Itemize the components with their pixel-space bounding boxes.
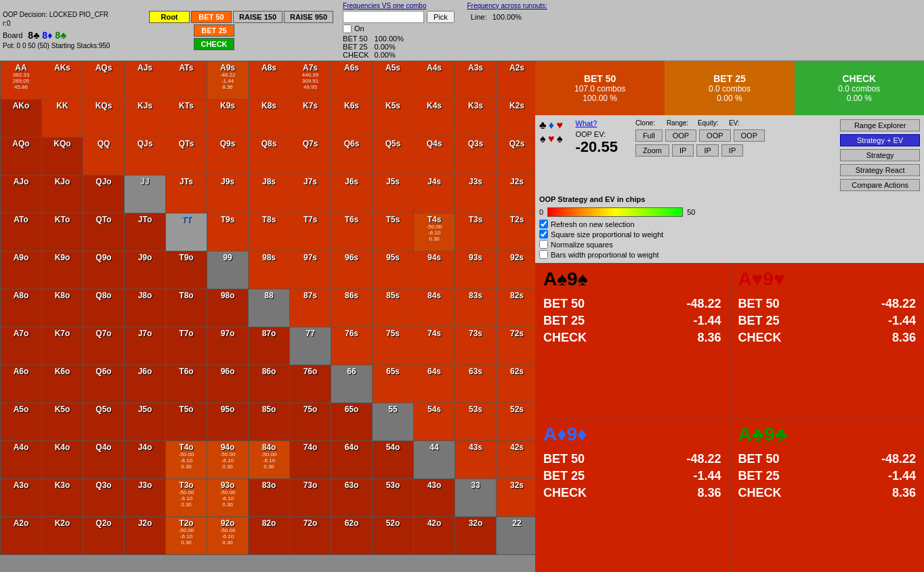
matrix-cell-qts[interactable]: QTs xyxy=(166,138,207,175)
matrix-cell-j8o[interactable]: J8o xyxy=(125,289,165,327)
matrix-cell-a9o[interactable]: A9o xyxy=(1,251,41,289)
matrix-cell-j2o[interactable]: J2o xyxy=(125,517,165,554)
matrix-cell-k6o[interactable]: K6o xyxy=(42,365,83,403)
matrix-cell-t7o[interactable]: T7o xyxy=(166,327,207,365)
heart-red2-icon[interactable]: ♥ xyxy=(548,133,555,145)
matrix-cell-t4s[interactable]: T4s-50.00 -6.10 0.30 xyxy=(414,213,455,251)
matrix-cell-k3s[interactable]: K3s xyxy=(455,100,496,137)
freq-across-runouts[interactable]: Frequency across runouts: xyxy=(467,2,547,9)
matrix-cell-73s[interactable]: 73s xyxy=(455,327,496,365)
matrix-cell-55[interactable]: 55 xyxy=(373,403,413,441)
matrix-cell-97o[interactable]: 97o xyxy=(207,327,248,365)
matrix-cell-q9s[interactable]: Q9s xyxy=(207,138,248,175)
matrix-cell-kjo[interactable]: KJo xyxy=(42,176,83,213)
matrix-cell-q7o[interactable]: Q7o xyxy=(83,327,124,365)
bet50-button[interactable]: BET 50 xyxy=(191,11,232,23)
oop-button-1[interactable]: OOP xyxy=(665,129,696,142)
matrix-cell-t3o[interactable]: T3o-50.00 -6.10 0.30 xyxy=(166,479,207,516)
matrix-cell-q3s[interactable]: Q3s xyxy=(455,138,496,175)
matrix-cell-k5o[interactable]: K5o xyxy=(42,403,83,441)
matrix-cell-kts[interactable]: KTs xyxy=(166,100,207,137)
matrix-cell-j6o[interactable]: J6o xyxy=(125,365,165,403)
matrix-cell-97s[interactable]: 97s xyxy=(290,251,331,289)
matrix-cell-k3o[interactable]: K3o xyxy=(42,479,83,516)
full-button[interactable]: Full xyxy=(635,129,663,142)
matrix-cell-kk[interactable]: KK xyxy=(42,100,83,137)
matrix-cell-83o[interactable]: 83o xyxy=(249,479,289,516)
matrix-cell-t2o[interactable]: T2o-50.00 -6.10 0.30 xyxy=(166,517,207,554)
matrix-cell-96s[interactable]: 96s xyxy=(331,251,372,289)
matrix-cell-j5s[interactable]: J5s xyxy=(373,176,413,213)
matrix-cell-82s[interactable]: 82s xyxy=(497,289,535,327)
matrix-cell-t9s[interactable]: T9s xyxy=(207,213,248,251)
matrix-cell-a6s[interactable]: A6s xyxy=(331,62,372,99)
matrix-cell-q6s[interactable]: Q6s xyxy=(331,138,372,175)
matrix-cell-q5o[interactable]: Q5o xyxy=(83,403,124,441)
matrix-cell-93s[interactable]: 93s xyxy=(455,251,496,289)
matrix-cell-53s[interactable]: 53s xyxy=(455,403,496,441)
matrix-cell-j5o[interactable]: J5o xyxy=(125,403,165,441)
club-black-icon[interactable]: ♣ xyxy=(539,119,547,131)
matrix-cell-j9s[interactable]: J9s xyxy=(207,176,248,213)
matrix-cell-73o[interactable]: 73o xyxy=(290,479,331,516)
matrix-cell-72s[interactable]: 72s xyxy=(497,327,535,365)
matrix-cell-qjs[interactable]: QJs xyxy=(125,138,165,175)
matrix-cell-87o[interactable]: 87o xyxy=(249,327,289,365)
bet25-button[interactable]: BET 25 xyxy=(194,24,234,37)
raise950-button[interactable]: RAISE 950 xyxy=(284,11,333,23)
matrix-cell-j6s[interactable]: J6s xyxy=(331,176,372,213)
matrix-cell-65o[interactable]: 65o xyxy=(331,403,372,441)
matrix-cell-a7s[interactable]: A7s440.39 309.91 49.95 xyxy=(290,62,331,99)
matrix-cell-jj[interactable]: JJ xyxy=(125,176,165,213)
matrix-cell-75s[interactable]: 75s xyxy=(373,327,413,365)
matrix-cell-33[interactable]: 33 xyxy=(455,479,496,516)
matrix-cell-t6o[interactable]: T6o xyxy=(166,365,207,403)
matrix-cell-q4s[interactable]: Q4s xyxy=(414,138,455,175)
matrix-cell-k8s[interactable]: K8s xyxy=(249,100,289,137)
matrix-cell-88[interactable]: 88 xyxy=(249,289,289,327)
matrix-cell-a4s[interactable]: A4s xyxy=(414,62,455,99)
matrix-cell-k2o[interactable]: K2o xyxy=(42,517,83,554)
matrix-cell-aqs[interactable]: AQs xyxy=(83,62,124,99)
matrix-cell-44[interactable]: 44 xyxy=(414,441,455,478)
matrix-cell-42o[interactable]: 42o xyxy=(414,517,455,554)
matrix-cell-j7s[interactable]: J7s xyxy=(290,176,331,213)
matrix-cell-t4o[interactable]: T4o-50.00 -6.10 0.30 xyxy=(166,441,207,478)
matrix-cell-q5s[interactable]: Q5s xyxy=(373,138,413,175)
matrix-cell-99[interactable]: 99 xyxy=(207,251,248,289)
matrix-cell-a8o[interactable]: A8o xyxy=(1,289,41,327)
matrix-cell-k9s[interactable]: K9s xyxy=(207,100,248,137)
matrix-cell-87s[interactable]: 87s xyxy=(290,289,331,327)
strategy-ev-button[interactable]: Strategy + EV xyxy=(840,134,920,146)
matrix-cell-32s[interactable]: 32s xyxy=(497,479,535,516)
matrix-cell-aa[interactable]: AA382.33 269.05 45.86 xyxy=(1,62,41,99)
raise150-button[interactable]: RAISE 150 xyxy=(233,11,282,23)
matrix-cell-k5s[interactable]: K5s xyxy=(373,100,413,137)
matrix-cell-43o[interactable]: 43o xyxy=(414,479,455,516)
matrix-cell-98o[interactable]: 98o xyxy=(207,289,248,327)
matrix-cell-k2s[interactable]: K2s xyxy=(497,100,535,137)
matrix-cell-t8s[interactable]: T8s xyxy=(249,213,289,251)
matrix-cell-t8o[interactable]: T8o xyxy=(166,289,207,327)
matrix-cell-t5s[interactable]: T5s xyxy=(373,213,413,251)
matrix-cell-ajs[interactable]: AJs xyxy=(125,62,165,99)
matrix-cell-q9o[interactable]: Q9o xyxy=(83,251,124,289)
matrix-cell-86o[interactable]: 86o xyxy=(249,365,289,403)
matrix-cell-q3o[interactable]: Q3o xyxy=(83,479,124,516)
matrix-cell-64s[interactable]: 64s xyxy=(414,365,455,403)
matrix-cell-76o[interactable]: 76o xyxy=(290,365,331,403)
matrix-cell-j9o[interactable]: J9o xyxy=(125,251,165,289)
matrix-cell-k9o[interactable]: K9o xyxy=(42,251,83,289)
matrix-cell-85o[interactable]: 85o xyxy=(249,403,289,441)
what-link[interactable]: What? xyxy=(576,119,597,127)
matrix-cell-92s[interactable]: 92s xyxy=(497,251,535,289)
square-checkbox[interactable] xyxy=(539,230,548,239)
matrix-cell-84o[interactable]: 84o-50.00 -6.10 0.30 xyxy=(249,441,289,478)
check-button[interactable]: CHECK xyxy=(194,38,234,50)
root-button[interactable]: Root xyxy=(149,11,190,23)
matrix-cell-a2o[interactable]: A2o xyxy=(1,517,41,554)
matrix-cell-a9s[interactable]: A9s-48.22 -1.44 8.36 xyxy=(207,62,248,99)
matrix-cell-qq[interactable]: QQ xyxy=(83,138,124,175)
matrix-cell-66[interactable]: 66 xyxy=(331,365,372,403)
matrix-cell-aks[interactable]: AKs xyxy=(42,62,83,99)
